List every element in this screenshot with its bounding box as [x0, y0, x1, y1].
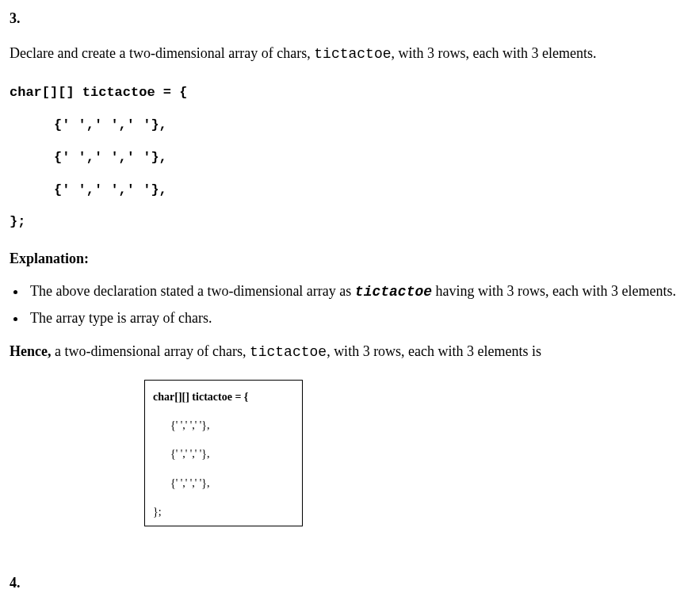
- explanation-label: Explanation:: [10, 248, 684, 269]
- box-line-close: };: [153, 505, 294, 519]
- bullet-1-code: tictactoe: [355, 284, 432, 300]
- code-line-close: };: [10, 206, 684, 239]
- code-line-row3: {' ',' ',' '},: [10, 174, 684, 207]
- bullet-2: The array type is array of chars.: [27, 307, 684, 330]
- box-line-row3: {' ',' ',' '},: [153, 476, 294, 491]
- intro-text-post: , with 3 rows, each with 3 elements.: [392, 45, 597, 61]
- code-line-decl: char[][] tictactoe = {: [10, 77, 684, 109]
- intro-code-var: tictactoe: [314, 46, 391, 62]
- hence-bold: Hence,: [10, 343, 51, 359]
- box-line-row1: {' ',' ',' '},: [153, 419, 294, 433]
- code-line-row1: {' ',' ',' '},: [10, 109, 684, 142]
- box-line-decl: char[][] tictactoe = {: [153, 390, 294, 404]
- bullet-1-post: having with 3 rows, each with 3 elements…: [432, 283, 676, 299]
- answer-box: char[][] tictactoe = { {' ',' ',' '}, {'…: [144, 380, 303, 526]
- code-line-row2: {' ',' ',' '},: [10, 142, 684, 174]
- intro-text-pre: Declare and create a two-dimensional arr…: [10, 45, 314, 61]
- question-3-intro: Declare and create a two-dimensional arr…: [10, 43, 684, 64]
- box-line-row2: {' ',' ',' '},: [153, 447, 294, 461]
- question-4-number: 4.: [10, 572, 684, 593]
- code-block-main: char[][] tictactoe = {{' ',' ',' '},{' '…: [10, 77, 684, 239]
- bullet-1: The above declaration stated a two-dimen…: [27, 280, 684, 304]
- explanation-list: The above declaration stated a two-dimen…: [10, 280, 684, 330]
- question-3-number: 3.: [10, 8, 684, 29]
- bullet-1-pre: The above declaration stated a two-dimen…: [30, 283, 355, 299]
- hence-code: tictactoe: [250, 344, 327, 360]
- hence-line: Hence, a two-dimensional array of chars,…: [10, 341, 684, 362]
- hence-pre: a two-dimensional array of chars,: [51, 343, 249, 359]
- hence-post: , with 3 rows, each with 3 elements is: [327, 343, 541, 359]
